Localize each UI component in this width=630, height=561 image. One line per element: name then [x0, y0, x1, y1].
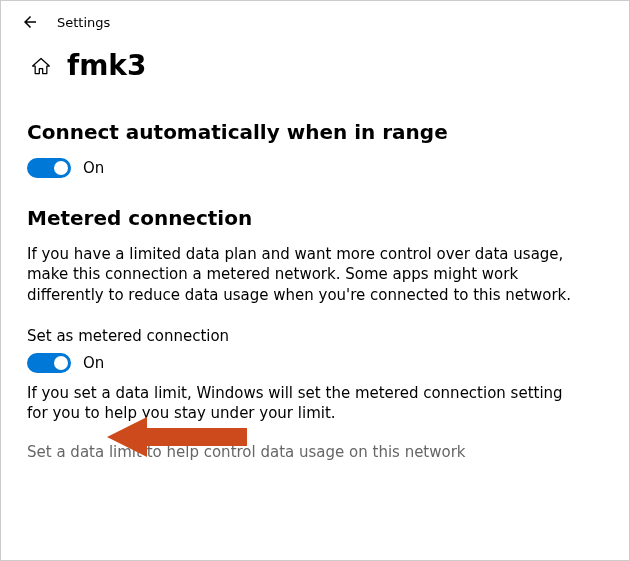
auto-connect-toggle-state: On: [83, 159, 104, 177]
auto-connect-heading: Connect automatically when in range: [27, 120, 603, 144]
page-title: fmk3: [67, 49, 146, 82]
toggle-knob: [54, 356, 68, 370]
metered-toggle[interactable]: [27, 353, 71, 373]
metered-toggle-state: On: [83, 354, 104, 372]
metered-heading: Metered connection: [27, 206, 603, 230]
arrow-left-icon: [21, 13, 39, 31]
toggle-knob: [54, 161, 68, 175]
metered-toggle-label: Set as metered connection: [27, 327, 603, 345]
metered-description: If you have a limited data plan and want…: [27, 244, 587, 305]
auto-connect-toggle[interactable]: [27, 158, 71, 178]
data-limit-note: If you set a data limit, Windows will se…: [27, 383, 587, 424]
home-icon[interactable]: [31, 56, 51, 76]
back-button[interactable]: [21, 13, 39, 31]
app-title: Settings: [57, 15, 110, 30]
data-limit-link[interactable]: Set a data limit to help control data us…: [27, 443, 603, 461]
